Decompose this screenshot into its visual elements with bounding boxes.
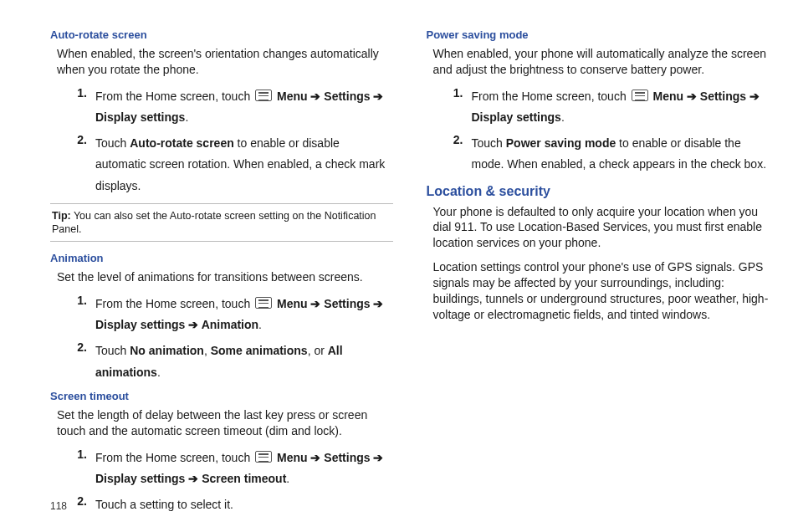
- bold-text: Display settings: [472, 110, 561, 124]
- text: .: [157, 366, 161, 379]
- right-column: Power saving mode When enabled, your pho…: [427, 25, 770, 522]
- paragraph-loc-2: Location settings control your phone's u…: [433, 259, 770, 323]
- tip-body: You can also set the Auto-rotate screen …: [52, 210, 376, 235]
- text: Touch: [95, 344, 130, 357]
- heading-screen-timeout: Screen timeout: [50, 390, 393, 402]
- arrow-icon: ➔: [188, 472, 202, 485]
- heading-auto-rotate: Auto-rotate screen: [50, 28, 393, 41]
- step-body: Touch Auto-rotate screen to enable or di…: [95, 133, 393, 197]
- intro-animation: Set the level of animations for transiti…: [57, 269, 393, 285]
- text: .: [561, 110, 565, 124]
- tip-box: Tip: You can also set the Auto-rotate sc…: [50, 203, 393, 243]
- arrow-icon: ➔: [373, 90, 383, 103]
- text: From the Home screen, touch: [472, 90, 630, 103]
- text: .: [185, 110, 188, 124]
- arrow-icon: ➔: [310, 297, 324, 310]
- bold-text: Display settings: [95, 472, 185, 485]
- step-number: 2.: [50, 340, 95, 382]
- arrow-icon: ➔: [310, 90, 324, 103]
- bold-text: Menu: [277, 297, 308, 310]
- arrow-icon: ➔: [373, 451, 383, 464]
- step-body: Touch a setting to select it.: [95, 494, 393, 515]
- heading-power-saving: Power saving mode: [427, 28, 770, 41]
- bold-text: Auto-rotate screen: [130, 136, 233, 150]
- step-body: From the Home screen, touch Menu ➔ Setti…: [472, 86, 770, 128]
- step-number: 1.: [50, 448, 95, 489]
- menu-icon: [632, 90, 648, 101]
- text: Touch: [472, 136, 506, 150]
- text: From the Home screen, touch: [95, 297, 253, 310]
- paragraph-loc-1: Your phone is defaulted to only acquire …: [433, 204, 770, 252]
- intro-screen-timeout: Set the length of delay between the last…: [57, 407, 393, 439]
- menu-icon: [255, 90, 272, 101]
- arrow-icon: ➔: [373, 297, 383, 310]
- step-body: Touch Power saving mode to enable or dis…: [472, 133, 770, 175]
- step-body: From the Home screen, touch Menu ➔ Setti…: [95, 86, 393, 128]
- text: From the Home screen, touch: [95, 451, 253, 464]
- tip-label: Tip:: [52, 210, 71, 222]
- page-content: Auto-rotate screen When enabled, the scr…: [0, 0, 798, 530]
- bold-text: Menu: [277, 90, 308, 103]
- intro-auto-rotate: When enabled, the screen's orientation c…: [57, 46, 393, 78]
- step-body: From the Home screen, touch Menu ➔ Setti…: [95, 448, 393, 489]
- bold-text: Settings: [324, 297, 370, 310]
- page-number: 118: [50, 500, 67, 512]
- step-number: 1.: [50, 294, 95, 335]
- arrow-icon: ➔: [188, 318, 201, 331]
- steps-screen-timeout: 1. From the Home screen, touch Menu ➔ Se…: [50, 448, 393, 516]
- bold-text: Display settings: [95, 318, 185, 331]
- step-number: 2.: [50, 133, 95, 197]
- step-body: From the Home screen, touch Menu ➔ Setti…: [95, 294, 393, 335]
- steps-power-saving: 1. From the Home screen, touch Menu ➔ Se…: [427, 86, 770, 176]
- step-number: 1.: [427, 86, 472, 128]
- bold-text: Menu: [277, 451, 308, 464]
- left-column: Auto-rotate screen When enabled, the scr…: [50, 25, 393, 522]
- arrow-icon: ➔: [687, 90, 700, 103]
- menu-icon: [255, 297, 272, 309]
- bold-text: Display settings: [95, 110, 185, 124]
- text: From the Home screen, touch: [95, 90, 253, 103]
- menu-icon: [255, 451, 272, 463]
- bold-text: No animation: [130, 344, 204, 357]
- bold-text: Settings: [700, 90, 746, 103]
- bold-text: Some animations: [211, 344, 308, 357]
- text: Touch: [95, 136, 130, 150]
- heading-animation: Animation: [50, 252, 393, 264]
- step-number: 2.: [427, 133, 472, 175]
- step-number: 1.: [50, 86, 95, 128]
- bold-text: Menu: [652, 90, 683, 103]
- text: , or: [308, 344, 328, 357]
- arrow-icon: ➔: [310, 451, 324, 464]
- step-body: Touch No animation, Some animations, or …: [95, 340, 393, 382]
- bold-text: Animation: [202, 318, 258, 331]
- steps-animation: 1. From the Home screen, touch Menu ➔ Se…: [50, 294, 393, 383]
- bold-text: Screen timeout: [202, 472, 286, 485]
- bold-text: Power saving mode: [506, 136, 616, 150]
- text: .: [286, 472, 289, 485]
- text: ,: [204, 344, 211, 357]
- steps-auto-rotate: 1. From the Home screen, touch Menu ➔ Se…: [50, 86, 393, 197]
- text: .: [258, 318, 262, 331]
- intro-power-saving: When enabled, your phone will automatica…: [433, 46, 770, 78]
- bold-text: Settings: [324, 451, 370, 464]
- heading-location-security: Location & security: [427, 184, 770, 199]
- arrow-icon: ➔: [749, 90, 760, 103]
- bold-text: Settings: [324, 90, 370, 103]
